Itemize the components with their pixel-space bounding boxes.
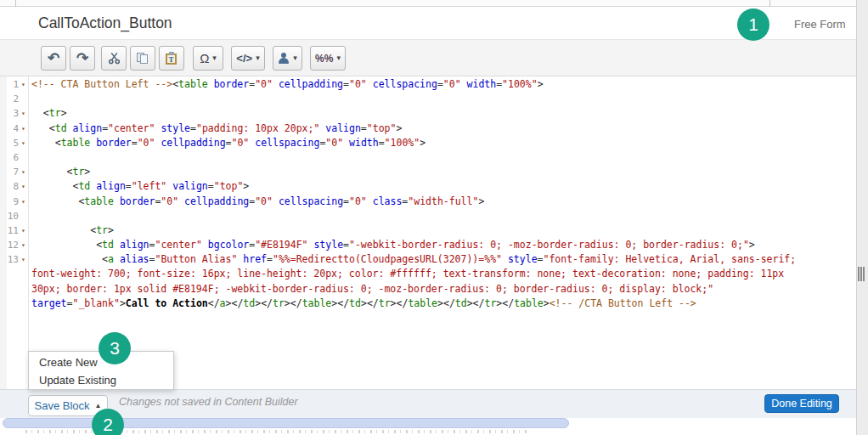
line-number: 7 [0,165,19,179]
undo-icon: ↶ [48,51,59,65]
code-line: 6 [0,150,856,165]
fold-toggle-icon[interactable]: ▾ [19,195,28,209]
unsaved-changes-status: Changes not saved in Content Builder [119,396,298,408]
code-line: 4▾ <td align="center" style="padding: 10… [0,121,856,136]
code-line: 12▾ <td align="center" bgcolor="#E8194F"… [0,238,856,252]
code-line: 7▾ <tr> [0,165,856,179]
chevron-down-icon: ▾ [256,54,260,62]
line-number [0,282,19,297]
code-line: 8▾ <td align="left" valign="top"> [0,179,856,194]
line-number: 11 [0,223,19,238]
code-line: 2 [0,92,856,106]
done-editing-button[interactable]: Done Editing [764,394,839,413]
code-line: 30px; border: 1px solid #E8194F; -webkit… [0,282,856,297]
divider [15,0,16,7]
editor-footer: Save Block ▲ Changes not saved in Conten… [0,389,856,418]
cut-button[interactable] [101,46,127,71]
line-number: 1 [0,77,19,92]
code-line: 13▾ <a alias="Button Alias" href="%%=Red… [0,252,856,267]
page-top-edge [0,0,868,7]
block-title: CallToAction_Button [38,14,172,32]
code-icon: </> [236,52,252,65]
copy-icon [136,52,149,65]
code-lines: 1▾<!-- CTA Button Left --><table border=… [0,77,856,311]
editor-toolbar: ↶ ↷ T Ω ▾ </> ▾ [0,39,856,76]
copy-button[interactable] [130,46,155,71]
line-number: 8 [0,179,19,194]
step-annotation-3: 3 [99,332,131,364]
line-number: 4 [0,121,19,136]
code-snippet-dropdown[interactable]: </> ▾ [231,46,265,71]
special-characters-dropdown[interactable]: Ω ▾ [193,46,223,71]
redo-icon: ↷ [76,51,88,65]
code-line: 3▾ <tr> [0,106,856,121]
fold-toggle-icon[interactable]: ▾ [19,223,28,238]
code-line: 5▾ <table border="0" cellpadding="0" cel… [0,136,856,150]
line-number: 13 [0,252,19,267]
fold-toggle-icon[interactable]: ▾ [19,252,28,267]
chevron-up-icon: ▲ [95,402,102,410]
fold-toggle-icon[interactable]: ▾ [19,106,28,121]
divider [769,0,770,7]
code-line: 1▾<!-- CTA Button Left --><table border=… [0,77,856,92]
cut-off-highlight-bar [3,418,569,428]
fold-toggle-icon[interactable]: ▾ [19,165,28,179]
line-number: 2 [0,92,19,106]
fold-toggle-icon[interactable]: ▾ [19,238,28,252]
paste-icon: T [165,52,178,65]
freeform-block-editor: CallToAction_Button Free Form ↶ ↷ T [0,0,868,435]
cut-icon [108,52,121,65]
chevron-down-icon: ▾ [336,54,341,62]
omega-icon: Ω [200,51,209,65]
ampscript-dropdown[interactable]: %% ▾ [310,46,346,71]
percent-percent-icon: %% [315,53,333,65]
line-number: 9 [0,195,19,209]
fold-toggle-icon[interactable]: ▾ [19,77,28,92]
save-block-label: Save Block [35,399,90,412]
chevron-down-icon: ▾ [293,54,297,62]
fold-toggle-icon [19,150,28,165]
fold-toggle-icon[interactable]: ▾ [19,121,28,136]
line-number: 6 [0,150,19,165]
menu-item-update-existing[interactable]: Update Existing [29,371,173,389]
person-icon [278,53,290,64]
editor-header: CallToAction_Button Free Form [0,7,856,39]
code-line: 10 [0,209,856,223]
panel-resize-handle[interactable] [858,267,865,281]
step-annotation-2: 2 [92,409,124,435]
code-line: 11▾ <tr> [0,223,856,238]
paste-button[interactable]: T [159,46,184,71]
redo-button[interactable]: ↷ [70,46,95,71]
fold-toggle-icon [19,267,28,281]
code-line: 9▾ <table border="0" cellpadding="0" cel… [0,195,856,209]
code-line: font-weight: 700; font-size: 16px; line-… [0,267,856,281]
fold-toggle-icon [19,282,28,297]
undo-button[interactable]: ↶ [41,46,66,71]
fold-toggle-icon[interactable]: ▾ [19,179,28,194]
personalization-dropdown[interactable]: ▾ [273,46,302,71]
fold-toggle-icon [19,92,28,106]
fold-toggle-icon [19,209,28,223]
code-line: target="_blank">Call to Action</a></td><… [0,297,856,311]
chevron-down-icon: ▾ [212,54,217,62]
right-rail [856,0,868,435]
line-number: 3 [0,106,19,121]
line-number: 12 [0,238,19,252]
line-number: 10 [0,209,19,223]
block-type-label: Free Form [794,18,846,31]
line-number: 5 [0,136,19,150]
fold-toggle-icon[interactable]: ▾ [19,136,28,150]
fold-toggle-icon [19,297,28,311]
line-number [0,267,19,281]
step-annotation-1: 1 [737,8,769,41]
line-number [0,297,19,311]
